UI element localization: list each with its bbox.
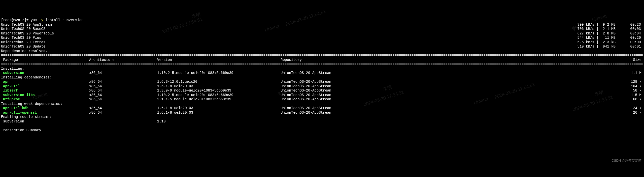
cmd-part: install subversion <box>43 18 84 22</box>
package-row: apr-util-opensslx86_641.6.1-8.uelc20.03U… <box>1 111 643 115</box>
repo-stats: 399 kB/s | 9.2 MB 00:23 <box>575 23 643 27</box>
package-version: 1.10.2-5.module+uelc20+1083+5d669e39 <box>157 93 281 98</box>
package-name: apr-util-bdb <box>1 106 89 111</box>
package-size <box>381 119 643 124</box>
package-version: 1.6.1-8.uelc20.03 <box>157 111 281 115</box>
repo-name: UnionTechOS 20 Update <box>1 45 45 49</box>
repo-progress-line: UnionTechOS 20 Extras 5.5 kB/s | 2.3 kB … <box>1 40 643 45</box>
csdn-watermark: CSDN @超梦梦梦梦 <box>612 159 641 163</box>
package-arch: x86_64 <box>89 97 157 102</box>
package-size: 24 k <box>381 106 643 111</box>
shell-prompt: [root@svn /]# <box>1 18 31 22</box>
package-arch: x86_64 <box>89 80 157 84</box>
package-size: 128 k <box>381 80 643 84</box>
repo-progress-line: UnionTechOS 20 AppStream 399 kB/s | 9.2 … <box>1 23 643 27</box>
cmd-part: yum <box>31 18 39 22</box>
package-size: 26 k <box>381 111 643 115</box>
package-row: apr-utilx86_641.6.1-8.uelc20.03UnionTech… <box>1 84 643 89</box>
package-name: apr <box>1 80 89 84</box>
repo-name: UnionTechOS 20 PowerTools <box>1 31 54 36</box>
package-arch: x86_64 <box>89 84 157 89</box>
package-name: subversion <box>1 71 89 75</box>
repo-progress-line: UnionTechOS 20 Plus 544 kB/s | 11 MB 00:… <box>1 36 643 40</box>
package-name: apr-util <box>1 84 89 89</box>
package-size: 1.5 M <box>381 93 643 98</box>
package-repo: UnionTechOS-20-AppStream <box>281 80 381 84</box>
package-row: aprx86_641.6.3-12.0.1.uelc20UnionTechOS-… <box>1 80 643 84</box>
package-version: 1.6.1-8.uelc20.03 <box>157 106 281 111</box>
command-line: [root@svn /]# yum -y install subversion <box>1 18 643 23</box>
section-installing-weak: Installing weak dependencies: <box>1 102 643 106</box>
package-repo: UnionTechOS-20-AppStream <box>281 111 381 115</box>
header-repo: Repository <box>281 58 381 62</box>
repo-stats: 627 kB/s | 2.8 MB 00:04 <box>575 31 643 36</box>
repo-stats: 5.5 kB/s | 2.3 kB 00:00 <box>575 40 643 45</box>
section-installing-deps: Installing dependencies: <box>1 75 643 80</box>
package-repo: UnionTechOS-20-AppStream <box>281 88 381 93</box>
package-arch: x86_64 <box>89 71 157 75</box>
package-repo: UnionTechOS-20-AppStream <box>281 106 381 111</box>
package-name: subversion-libs <box>1 93 89 98</box>
package-arch <box>89 119 157 124</box>
deps-resolved: Dependencies resolved. <box>1 49 643 54</box>
package-name: libserf <box>1 88 89 93</box>
package-arch: x86_64 <box>89 111 157 115</box>
package-row: subversionx86_641.10.2-5.module+uelc20+1… <box>1 71 643 75</box>
terminal-output: [root@svn /]# yum -y install subversionU… <box>1 18 643 132</box>
package-row: libserfx86_641.3.9-9.module+uelc20+1083+… <box>1 88 643 93</box>
 header-package: Package <box>1 58 89 62</box>
package-name: apr-util-openssl <box>1 111 89 115</box>
repo-name: UnionTechOS 20 AppStream <box>1 23 52 27</box>
table-header: PackageArchitectureVersionRepositorySize <box>1 58 643 62</box>
repo-stats: 706 kB/s | 2.1 MB 00:03 <box>575 27 643 31</box>
divider-line: ========================================… <box>1 62 643 67</box>
package-size: 1.1 M <box>381 71 643 75</box>
package-version: 1.3.9-9.module+uelc20+1083+5d669e39 <box>157 88 281 93</box>
section-installing: Installing: <box>1 67 643 71</box>
package-name: subversion <box>1 119 89 124</box>
package-version: 1.10.2-5.module+uelc20+1083+5d669e39 <box>157 71 281 75</box>
divider-line: ========================================… <box>1 53 643 58</box>
package-row: apr-util-bdbx86_641.6.1-8.uelc20.03Union… <box>1 106 643 111</box>
package-size: 104 k <box>381 84 643 89</box>
transaction-summary: Transaction Summary <box>1 128 643 133</box>
header-version: Version <box>157 58 281 62</box>
package-version: 2.1.1-5.module+uelc20+1083+5d669e39 <box>157 97 281 102</box>
section-enabling-modules: Enabling module streams: <box>1 115 643 119</box>
repo-stats: 519 kB/s | 941 kB 00:01 <box>575 45 643 49</box>
package-arch: x86_64 <box>89 88 157 93</box>
package-repo: UnionTechOS-20-AppStream <box>281 97 381 102</box>
header-size: Size <box>381 58 643 62</box>
package-version: 1.6.1-8.uelc20.03 <box>157 84 281 89</box>
repo-name: UnionTechOS 20 BaseOS <box>1 27 45 31</box>
cmd-flag: -y <box>39 18 43 22</box>
package-name: utf8proc <box>1 97 89 102</box>
repo-stats: 544 kB/s | 11 MB 00:20 <box>575 36 643 40</box>
repo-name: UnionTechOS 20 Extras <box>1 40 45 45</box>
package-size: 58 k <box>381 88 643 93</box>
header-arch: Architecture <box>89 58 157 62</box>
package-version: 1.6.3-12.0.1.uelc20 <box>157 80 281 84</box>
package-repo <box>281 119 381 124</box>
package-arch: x86_64 <box>89 106 157 111</box>
package-row: subversion-libsx86_641.10.2-5.module+uel… <box>1 93 643 98</box>
package-row: utf8procx86_642.1.1-5.module+uelc20+1083… <box>1 97 643 102</box>
repo-name: UnionTechOS 20 Plus <box>1 36 41 40</box>
repo-progress-line: UnionTechOS 20 BaseOS 706 kB/s | 2.1 MB … <box>1 27 643 31</box>
repo-progress-line: UnionTechOS 20 PowerTools 627 kB/s | 2.8… <box>1 31 643 36</box>
package-size: 66 k <box>381 97 643 102</box>
package-repo: UnionTechOS-20-AppStream <box>281 93 381 98</box>
repo-progress-line: UnionTechOS 20 Update 519 kB/s | 941 kB … <box>1 45 643 49</box>
blank-line <box>1 124 643 128</box>
package-version: 1.10 <box>157 119 281 124</box>
package-repo: UnionTechOS-20-AppStream <box>281 71 381 75</box>
package-arch: x86_64 <box>89 93 157 98</box>
package-repo: UnionTechOS-20-AppStream <box>281 84 381 89</box>
package-row: subversion1.10 <box>1 119 643 124</box>
